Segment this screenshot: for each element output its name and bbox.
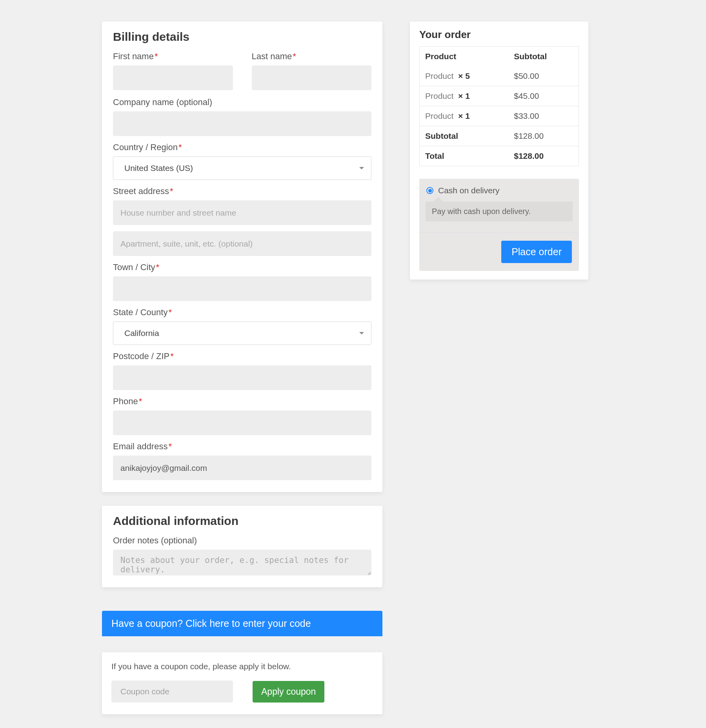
company-input[interactable] (113, 111, 371, 136)
state-select[interactable]: California (113, 321, 371, 345)
order-title: Your order (419, 29, 579, 41)
table-row: Product × 5 $50.00 (420, 66, 579, 86)
first-name-label: First name* (113, 51, 233, 62)
additional-info-card: Additional information Order notes (opti… (102, 506, 382, 587)
city-label: Town / City* (113, 262, 371, 272)
email-input[interactable] (113, 456, 371, 480)
street2-input[interactable] (113, 231, 371, 256)
order-notes-label: Order notes (optional) (113, 536, 371, 546)
subtotal-row: Subtotal $128.00 (420, 126, 579, 146)
additional-title: Additional information (113, 514, 371, 528)
order-summary-card: Your order Product Subtotal Product × 5 … (410, 22, 588, 280)
apply-coupon-button[interactable]: Apply coupon (253, 681, 324, 703)
place-order-button[interactable]: Place order (501, 241, 572, 263)
last-name-label: Last name* (252, 51, 372, 62)
order-notes-input[interactable] (113, 550, 371, 576)
state-label: State / County* (113, 307, 371, 318)
chevron-down-icon (359, 332, 364, 334)
street-label: Street address* (113, 186, 371, 196)
postcode-input[interactable] (113, 365, 371, 390)
billing-details-card: Billing details First name* Last name* C… (102, 22, 382, 492)
postcode-label: Postcode / ZIP* (113, 351, 371, 361)
country-select[interactable]: United States (US) (113, 156, 371, 180)
email-label: Email address* (113, 441, 371, 452)
city-input[interactable] (113, 276, 371, 301)
phone-input[interactable] (113, 410, 371, 435)
billing-title: Billing details (113, 30, 371, 44)
coupon-section: Have a coupon? Click here to enter your … (102, 611, 382, 714)
total-row: Total $128.00 (420, 146, 579, 166)
order-col-product: Product (420, 47, 509, 67)
payment-option-cod[interactable]: Cash on delivery (419, 179, 579, 195)
order-col-subtotal: Subtotal (508, 47, 579, 67)
table-row: Product × 1 $45.00 (420, 86, 579, 106)
company-label: Company name (optional) (113, 97, 371, 107)
phone-label: Phone* (113, 396, 371, 407)
payment-box: Cash on delivery Pay with cash upon deli… (419, 179, 579, 271)
coupon-instructions: If you have a coupon code, please apply … (111, 662, 373, 671)
coupon-toggle-bar[interactable]: Have a coupon? Click here to enter your … (102, 611, 382, 636)
payment-option-description: Pay with cash upon delivery. (426, 202, 573, 221)
order-table: Product Subtotal Product × 5 $50.00 Prod… (419, 46, 579, 166)
first-name-input[interactable] (113, 65, 233, 90)
last-name-input[interactable] (252, 65, 372, 90)
radio-icon (426, 187, 433, 194)
street1-input[interactable] (113, 200, 371, 225)
table-row: Product × 1 $33.00 (420, 106, 579, 126)
coupon-code-input[interactable] (111, 681, 233, 703)
country-label: Country / Region* (113, 142, 371, 152)
chevron-down-icon (359, 167, 364, 169)
